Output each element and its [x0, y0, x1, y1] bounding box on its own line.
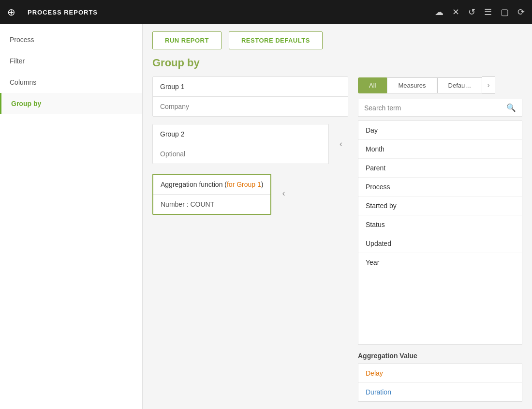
tab-default[interactable]: Defau… — [437, 77, 483, 93]
aggregation-arrow-button[interactable]: ‹ — [276, 186, 291, 200]
list-item-status[interactable]: Status — [358, 215, 522, 234]
sidebar-item-groupby[interactable]: Group by — [0, 93, 142, 114]
list-item-day[interactable]: Day — [358, 121, 522, 140]
group1-header: Group 1 — [153, 77, 348, 97]
search-input[interactable] — [364, 104, 506, 112]
group2-value: Optional — [153, 144, 328, 164]
tab-all[interactable]: All — [358, 77, 387, 93]
list-item-started-by[interactable]: Started by — [358, 197, 522, 215]
nav-icon-cloud[interactable]: ☁ — [435, 7, 443, 17]
group1-row: Group 1 Company — [152, 76, 348, 117]
aggregation-header: Aggregation function (for Group 1) — [153, 175, 270, 195]
group2-header: Group 2 — [153, 124, 328, 144]
list-item-parent[interactable]: Parent — [358, 159, 522, 178]
aggregation-value-header: Aggregation Value — [358, 352, 522, 360]
sidebar: Process Filter Columns Group by — [0, 24, 143, 409]
aggregation-items-list: Delay Duration — [358, 364, 522, 402]
aggregation-header-suffix: ) — [261, 181, 264, 188]
nav-icon-window[interactable]: ▢ — [501, 7, 509, 17]
two-column-layout: Group 1 Company Group 2 Optional ‹ — [152, 76, 522, 402]
filter-tabs: All Measures Defau… › — [358, 76, 522, 94]
aggregation-header-group: for Group 1 — [227, 181, 261, 188]
nav-icons: ☁ ✕ ↺ ☰ ▢ ⟳ — [435, 7, 525, 17]
restore-defaults-button[interactable]: RESTORE DEFAULTS — [229, 31, 323, 49]
toolbar: RUN REPORT RESTORE DEFAULTS — [152, 31, 522, 49]
list-item-year[interactable]: Year — [358, 253, 522, 272]
sidebar-item-process[interactable]: Process — [0, 29, 142, 50]
right-panel: All Measures Defau… › 🔍 Day Month Parent… — [358, 76, 522, 402]
top-navbar: ⊕ PROCESS REPORTS ☁ ✕ ↺ ☰ ▢ ⟳ — [0, 0, 532, 24]
nav-icon-close[interactable]: ✕ — [452, 7, 459, 17]
nav-icon-refresh[interactable]: ↺ — [468, 7, 475, 17]
left-panel: Group 1 Company Group 2 Optional ‹ — [152, 76, 348, 402]
aggregation-section: Aggregation function (for Group 1) Numbe… — [152, 174, 271, 215]
aggregation-row: Aggregation function (for Group 1) Numbe… — [152, 171, 348, 215]
group1-section: Group 1 Company — [152, 76, 348, 117]
run-report-button[interactable]: RUN REPORT — [152, 31, 222, 49]
main-layout: Process Filter Columns Group by RUN REPO… — [0, 24, 532, 409]
items-list: Day Month Parent Process Started by Stat… — [358, 121, 522, 345]
group2-section: Group 2 Optional — [152, 124, 329, 164]
group1-value: Company — [153, 97, 348, 116]
tab-measures[interactable]: Measures — [387, 77, 437, 93]
aggregation-value: Number : COUNT — [153, 195, 270, 214]
aggregation-header-prefix: Aggregation function ( — [161, 181, 227, 188]
sidebar-item-filter[interactable]: Filter — [0, 50, 142, 72]
search-box: 🔍 — [358, 99, 522, 117]
sidebar-item-columns[interactable]: Columns — [0, 72, 142, 93]
agg-item-delay[interactable]: Delay — [358, 364, 522, 383]
search-icon: 🔍 — [506, 103, 516, 112]
list-item-process[interactable]: Process — [358, 178, 522, 197]
page-title: Group by — [152, 57, 522, 69]
list-item-updated[interactable]: Updated — [358, 234, 522, 253]
list-item-month[interactable]: Month — [358, 140, 522, 159]
app-title: PROCESS REPORTS — [28, 9, 425, 16]
agg-item-duration[interactable]: Duration — [358, 383, 522, 401]
group2-row: Group 2 Optional ‹ — [152, 124, 348, 164]
group2-arrow-button[interactable]: ‹ — [334, 137, 348, 151]
nav-icon-feed[interactable]: ☰ — [484, 7, 492, 17]
content-area: RUN REPORT RESTORE DEFAULTS Group by Gro… — [143, 24, 532, 409]
nav-icon-history[interactable]: ⟳ — [517, 7, 525, 17]
app-icon: ⊕ — [7, 6, 15, 18]
tab-more-button[interactable]: › — [482, 76, 495, 94]
